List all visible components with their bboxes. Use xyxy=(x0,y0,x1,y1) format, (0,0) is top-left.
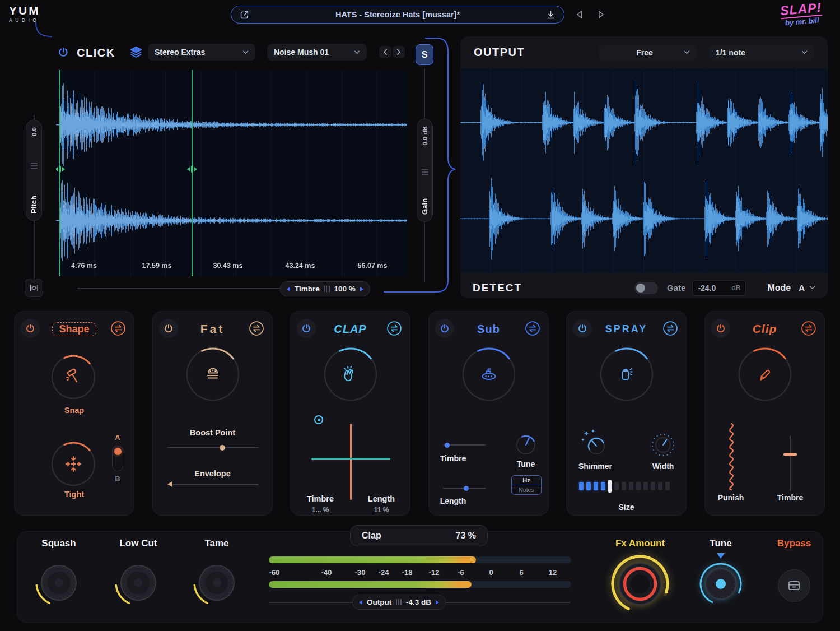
clap-title: CLAP xyxy=(334,323,366,336)
size-handle[interactable] xyxy=(608,480,612,493)
preset-name[interactable]: HATS - Stereoize Hats [mussar]* xyxy=(255,10,540,19)
clap-send-control[interactable]: Clap 73 % xyxy=(350,525,488,546)
spray-power-button[interactable] xyxy=(573,319,592,338)
ab-toggle-knob xyxy=(114,448,122,455)
click-category-dropdown[interactable]: Stereo Extras xyxy=(148,44,255,61)
drag-grip xyxy=(31,162,38,170)
decrement-arrow-icon[interactable] xyxy=(287,287,290,291)
solo-button[interactable]: S xyxy=(416,44,433,65)
squash-label: Squash xyxy=(25,538,92,549)
waveform-start-marker[interactable] xyxy=(59,70,60,276)
spray-knob[interactable] xyxy=(595,343,658,406)
clap-knob[interactable] xyxy=(319,343,382,406)
hz-notes-toggle[interactable]: Hz Notes xyxy=(511,475,542,495)
timbre-slider-track[interactable] xyxy=(77,288,281,289)
increment-arrow-icon[interactable] xyxy=(360,287,363,291)
output-label: Output xyxy=(367,598,391,606)
clap-xy-horizontal-axis[interactable] xyxy=(311,458,390,460)
output-level-slider[interactable]: Output -4.3 dB xyxy=(352,595,446,610)
tune-pointer-icon xyxy=(717,553,725,559)
sub-swap-icon[interactable] xyxy=(523,319,542,338)
slider-dot[interactable] xyxy=(464,486,469,491)
output-panel: OUTPUT Free 1/1 note DETECT Gate -24.0 d… xyxy=(460,36,828,298)
detect-bar: DETECT Gate -24.0 dB Mode A xyxy=(460,275,828,298)
envelope-marker[interactable] xyxy=(167,481,172,487)
layers-icon[interactable] xyxy=(129,45,143,59)
clap-length-value: 11 % xyxy=(356,506,407,514)
lowcut-knob[interactable] xyxy=(111,556,165,610)
zoom-fit-icon[interactable] xyxy=(25,279,43,297)
tune-master-knob[interactable] xyxy=(696,559,745,609)
fx-amount-knob[interactable] xyxy=(608,551,673,616)
marker-handle[interactable] xyxy=(56,165,65,173)
snap-knob[interactable] xyxy=(48,351,99,403)
slider-dot[interactable] xyxy=(220,445,225,451)
gate-toggle[interactable] xyxy=(634,282,658,294)
output-title: OUTPUT xyxy=(474,46,525,59)
clip-timbre-handle[interactable] xyxy=(783,453,797,456)
export-icon[interactable] xyxy=(239,10,250,20)
clap-swap-icon[interactable] xyxy=(385,319,404,338)
fat-knob[interactable] xyxy=(181,343,244,406)
gate-threshold-field[interactable]: -24.0 dB xyxy=(692,280,746,296)
tight-knob[interactable] xyxy=(48,438,99,490)
notes-option[interactable]: Notes xyxy=(512,485,541,494)
clap-xy-vertical-axis[interactable] xyxy=(350,424,352,500)
preset-back-button[interactable] xyxy=(572,7,587,22)
clap-mode-dot[interactable] xyxy=(314,415,323,424)
sub-timbre-slider[interactable] xyxy=(443,444,486,446)
preset-bar[interactable]: HATS - Stereoize Hats [mussar]* xyxy=(231,6,564,24)
fat-swap-icon[interactable] xyxy=(247,319,266,338)
lowcut-label: Low Cut xyxy=(105,538,172,549)
clip-timbre-slider[interactable] xyxy=(790,436,791,491)
gain-slider[interactable]: 0.0 dB Gain xyxy=(417,119,433,222)
click-preset-next-button[interactable] xyxy=(393,46,405,58)
mode-dropdown[interactable]: A xyxy=(799,283,815,293)
envelope-slider[interactable] xyxy=(167,484,259,485)
slider-dot[interactable] xyxy=(445,443,450,448)
clip-power-button[interactable] xyxy=(711,319,730,338)
decrement-arrow-icon[interactable] xyxy=(359,600,362,605)
sub-tune-label: Tune xyxy=(510,460,542,468)
chevron-down-icon xyxy=(242,50,249,54)
width-knob[interactable] xyxy=(648,429,678,458)
waveform-end-marker[interactable] xyxy=(192,70,193,276)
download-icon[interactable] xyxy=(545,10,556,20)
sub-length-slider[interactable] xyxy=(443,488,486,489)
pitch-slider[interactable]: 0.0 Pitch xyxy=(26,120,42,221)
sub-power-button[interactable] xyxy=(435,319,454,338)
shape-swap-icon[interactable] xyxy=(109,319,128,338)
click-preset-dropdown[interactable]: Noise Mush 01 xyxy=(267,44,367,61)
meter-tick: -12 xyxy=(429,568,440,577)
chevron-down-icon xyxy=(684,50,690,54)
hz-option[interactable]: Hz xyxy=(512,476,541,485)
preset-forward-button[interactable] xyxy=(594,7,608,22)
increment-arrow-icon[interactable] xyxy=(436,600,439,605)
clip-swap-icon[interactable] xyxy=(799,319,818,338)
fat-power-button[interactable] xyxy=(159,319,178,338)
size-meter[interactable] xyxy=(579,480,670,493)
tame-knob[interactable] xyxy=(190,556,244,610)
brand-name: YUM xyxy=(9,4,40,16)
brand-sub: AUDIO xyxy=(9,18,40,23)
click-preset-prev-button[interactable] xyxy=(379,46,391,58)
click-power-button[interactable] xyxy=(57,46,69,58)
punish-slider[interactable] xyxy=(721,421,742,492)
sync-dropdown[interactable]: Free xyxy=(599,45,697,61)
clip-knob[interactable] xyxy=(734,343,796,406)
shape-power-button[interactable] xyxy=(21,319,40,338)
size-label: Size xyxy=(567,503,686,512)
sub-tune-knob[interactable] xyxy=(513,432,539,458)
shimmer-knob[interactable] xyxy=(581,429,610,458)
marker-handle[interactable] xyxy=(187,165,197,173)
dot xyxy=(318,419,320,421)
note-dropdown[interactable]: 1/1 note xyxy=(709,45,814,61)
ab-toggle[interactable] xyxy=(112,446,123,471)
boost-point-slider[interactable] xyxy=(167,447,259,448)
timbre-slider[interactable]: Timbre 100 % xyxy=(280,281,370,296)
bypass-button[interactable] xyxy=(778,569,810,602)
spray-swap-icon[interactable] xyxy=(661,319,680,338)
squash-knob[interactable] xyxy=(32,556,86,610)
clap-power-button[interactable] xyxy=(297,319,316,338)
sub-knob[interactable] xyxy=(458,343,520,406)
